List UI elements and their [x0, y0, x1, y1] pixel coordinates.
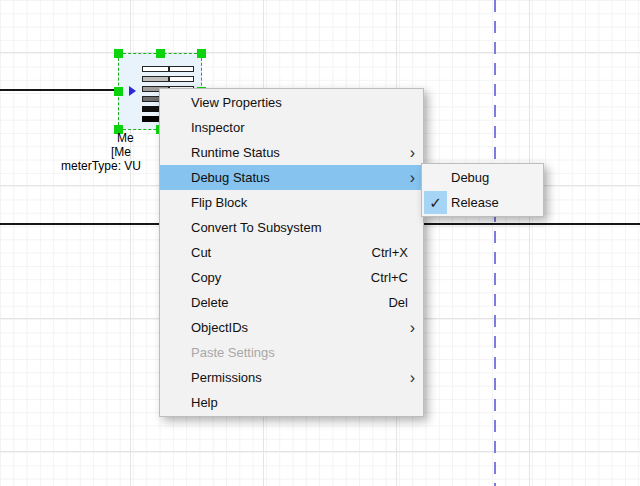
menu-item-label: Permissions: [191, 370, 262, 385]
selection-handle[interactable]: [114, 49, 123, 58]
menu-item-label: Runtime Status: [191, 145, 280, 160]
menu-item-inspector[interactable]: Inspector: [160, 115, 423, 140]
menu-item-shortcut: Del: [388, 295, 408, 310]
menu-item-label: Inspector: [191, 120, 244, 135]
menu-item-debug-status[interactable]: Debug Status ›: [160, 165, 423, 190]
block-metertype-label: meterType: VU: [61, 159, 141, 173]
menu-item-shortcut: Ctrl+C: [371, 270, 408, 285]
menu-item-label: Copy: [191, 270, 221, 285]
meter-icon-bar: [169, 66, 194, 72]
menu-item-label: Help: [191, 395, 218, 410]
menu-item-label: Delete: [191, 295, 229, 310]
menu-item-paste-settings: Paste Settings: [160, 340, 423, 365]
selection-handle[interactable]: [197, 49, 206, 58]
submenu-item-debug[interactable]: Debug: [422, 165, 543, 190]
selection-handle[interactable]: [156, 49, 165, 58]
menu-item-copy[interactable]: Copy Ctrl+C: [160, 265, 423, 290]
menu-item-cut[interactable]: Cut Ctrl+X: [160, 240, 423, 265]
checkmark-icon: ✓: [424, 191, 447, 214]
submenu-item-release[interactable]: ✓ Release: [422, 190, 543, 215]
submenu-arrow-icon: ›: [410, 169, 415, 185]
menu-item-label: Paste Settings: [191, 345, 275, 360]
menu-item-runtime-status[interactable]: Runtime Status ›: [160, 140, 423, 165]
menu-item-delete[interactable]: Delete Del: [160, 290, 423, 315]
menu-item-label: View Properties: [191, 95, 282, 110]
context-menu: View Properties Inspector Runtime Status…: [159, 88, 424, 417]
submenu-item-label: Debug: [451, 170, 489, 185]
input-port-arrow-icon: [129, 86, 136, 96]
submenu-item-label: Release: [451, 195, 499, 210]
submenu-arrow-icon: ›: [410, 369, 415, 385]
menu-item-objectids[interactable]: ObjectIDs ›: [160, 315, 423, 340]
block-class-label: [Me: [111, 145, 131, 159]
menu-item-convert-to-subsystem[interactable]: Convert To Subsystem: [160, 215, 423, 240]
page-boundary-guide-line: [494, 0, 496, 486]
submenu-arrow-icon: ›: [410, 144, 415, 160]
menu-item-help[interactable]: Help: [160, 390, 423, 415]
menu-item-label: Flip Block: [191, 195, 247, 210]
menu-item-label: Cut: [191, 245, 211, 260]
input-wire[interactable]: [0, 89, 114, 91]
menu-item-flip-block[interactable]: Flip Block: [160, 190, 423, 215]
submenu-arrow-icon: ›: [410, 319, 415, 335]
menu-item-permissions[interactable]: Permissions ›: [160, 365, 423, 390]
meter-icon-bar: [169, 76, 194, 82]
meter-icon-bar: [142, 76, 169, 82]
block-name-label: Me: [117, 131, 134, 145]
meter-icon-bar: [142, 66, 169, 72]
input-port-handle[interactable]: [114, 87, 123, 96]
menu-item-label: Convert To Subsystem: [191, 220, 322, 235]
menu-item-label: ObjectIDs: [191, 320, 248, 335]
debug-status-submenu: Debug ✓ Release: [421, 163, 544, 217]
menu-item-label: Debug Status: [191, 170, 270, 185]
menu-item-view-properties[interactable]: View Properties: [160, 90, 423, 115]
menu-item-shortcut: Ctrl+X: [372, 245, 408, 260]
